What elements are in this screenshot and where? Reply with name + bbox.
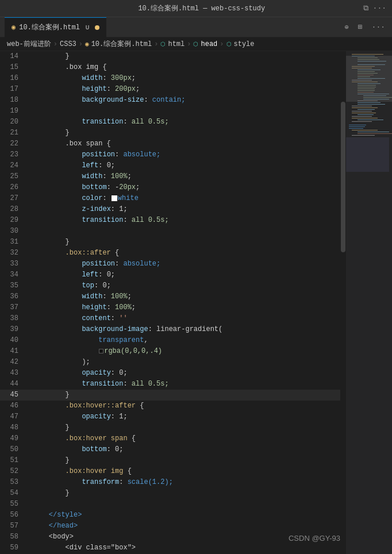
- code-line: width: 100%;: [28, 171, 340, 182]
- more-actions-icon[interactable]: ···: [373, 4, 386, 13]
- line-number: 42: [0, 357, 28, 368]
- code-line: height: 200px;: [28, 84, 340, 95]
- split-editor-tab-icon[interactable]: ⊞: [356, 21, 365, 33]
- svg-rect-35: [352, 116, 372, 117]
- line-number: 39: [0, 324, 28, 335]
- svg-rect-31: [358, 109, 375, 110]
- breadcrumb-item-2[interactable]: CSS3: [60, 40, 76, 48]
- line-number: 48: [0, 422, 28, 433]
- file-tab[interactable]: ◉ 10.综合案例.html U: [5, 17, 106, 37]
- tab-modified-badge: U: [86, 24, 90, 31]
- watermark: CSDN @GY-93: [289, 534, 340, 543]
- line-number: 29: [0, 215, 28, 226]
- svg-rect-42: [352, 130, 378, 130]
- code-line: position: absolute;: [28, 259, 340, 270]
- svg-rect-0: [352, 54, 383, 55]
- breadcrumb-sep-5: ›: [220, 40, 224, 48]
- svg-rect-43: [358, 132, 389, 132]
- breadcrumb-sep-3: ›: [154, 40, 158, 48]
- tab-bar-right-actions: ⊕ ⊞ ···: [343, 21, 387, 33]
- code-line: transparent,: [28, 335, 340, 346]
- window-title: 10.综合案例.html — web-css-study: [138, 3, 265, 13]
- code-line: background-image: linear-gradient(: [28, 324, 340, 335]
- code-line: .box:hover span {: [28, 433, 340, 444]
- minimap-svg: [346, 51, 392, 554]
- svg-rect-30: [352, 107, 378, 108]
- code-line: position: absolute;: [28, 149, 340, 160]
- code-line: .box:hover img {: [28, 466, 340, 477]
- breadcrumb-item-6[interactable]: style: [234, 40, 255, 48]
- svg-rect-27: [358, 102, 381, 103]
- line-number: 50: [0, 444, 28, 455]
- code-line: color: white: [28, 193, 340, 204]
- svg-rect-46: [346, 137, 389, 172]
- code-line: .box::after {: [28, 248, 340, 259]
- vertical-scrollbar[interactable]: [340, 51, 346, 554]
- line-number: 22: [0, 138, 28, 149]
- title-bar-actions: ⧉ ···: [363, 4, 386, 13]
- line-number: 31: [0, 237, 28, 248]
- line-number: 47: [0, 411, 28, 422]
- svg-rect-40: [349, 126, 365, 127]
- line-number: 54: [0, 488, 28, 499]
- line-number: 30: [0, 226, 28, 237]
- tab-more-icon[interactable]: ···: [370, 22, 387, 33]
- line-number: 19: [0, 106, 28, 117]
- code-editor[interactable]: } .box img { width: 300px; height: 200px…: [28, 51, 340, 554]
- code-line: }: [28, 51, 340, 62]
- split-editor-icon[interactable]: ⧉: [363, 4, 368, 13]
- line-number: 28: [0, 204, 28, 215]
- svg-rect-32: [352, 111, 372, 111]
- line-number: 24: [0, 160, 28, 171]
- line-number: 59: [0, 543, 28, 553]
- code-line: left: 0;: [28, 270, 340, 280]
- line-number: 14: [0, 51, 28, 62]
- code-line: [28, 499, 340, 510]
- code-line: left: 0;: [28, 160, 340, 171]
- code-line: transition: all 0.5s;: [28, 379, 340, 390]
- code-line: opacity: 1;: [28, 411, 340, 422]
- line-number: 57: [0, 521, 28, 532]
- line-number: 58: [0, 532, 28, 543]
- code-line: content: '': [28, 313, 340, 324]
- code-line: bottom: -20px;: [28, 182, 340, 193]
- breadcrumb-item-1[interactable]: web-前端进阶: [7, 39, 51, 49]
- tab-dot: [95, 25, 99, 30]
- breadcrumb-item-4[interactable]: html: [168, 40, 185, 48]
- code-line: );: [28, 357, 340, 368]
- line-number: 17: [0, 84, 28, 95]
- line-number: 46: [0, 401, 28, 411]
- breadcrumb-file-icon: ◉: [85, 40, 89, 48]
- line-numbers-gutter: 1415161718192021222324252627282930313233…: [0, 51, 28, 554]
- breadcrumb-item-5[interactable]: head: [201, 40, 217, 48]
- code-line: opacity: 0;: [28, 368, 340, 379]
- line-number: 16: [0, 73, 28, 84]
- line-number: 15: [0, 62, 28, 73]
- line-number: 43: [0, 368, 28, 379]
- line-number: 33: [0, 259, 28, 270]
- svg-rect-34: [358, 114, 374, 115]
- tab-bar: ◉ 10.综合案例.html U ⊕ ⊞ ···: [0, 17, 392, 37]
- line-number: 23: [0, 149, 28, 160]
- code-line: </head>: [28, 521, 340, 532]
- breadcrumb-sep-4: ›: [187, 40, 191, 48]
- line-number: 56: [0, 510, 28, 521]
- line-number: 21: [0, 128, 28, 138]
- line-number: 20: [0, 117, 28, 128]
- line-number: 45: [0, 390, 28, 401]
- line-number: 26: [0, 182, 28, 193]
- breadcrumb-item-3[interactable]: 10.综合案例.html: [91, 39, 152, 49]
- code-line: <div class="box">: [28, 543, 340, 553]
- open-changes-icon[interactable]: ⊕: [343, 22, 351, 33]
- svg-rect-41: [349, 128, 363, 129]
- line-number: 49: [0, 433, 28, 444]
- svg-rect-39: [349, 125, 366, 125]
- svg-rect-29: [352, 106, 372, 106]
- code-line: background-size: contain;: [28, 95, 340, 106]
- line-number: 18: [0, 95, 28, 106]
- code-line: [28, 226, 340, 237]
- scrollbar-thumb[interactable]: [341, 102, 345, 253]
- line-number: 27: [0, 193, 28, 204]
- svg-rect-36: [352, 118, 378, 118]
- code-line: rgba(0,0,0,.4): [28, 346, 340, 357]
